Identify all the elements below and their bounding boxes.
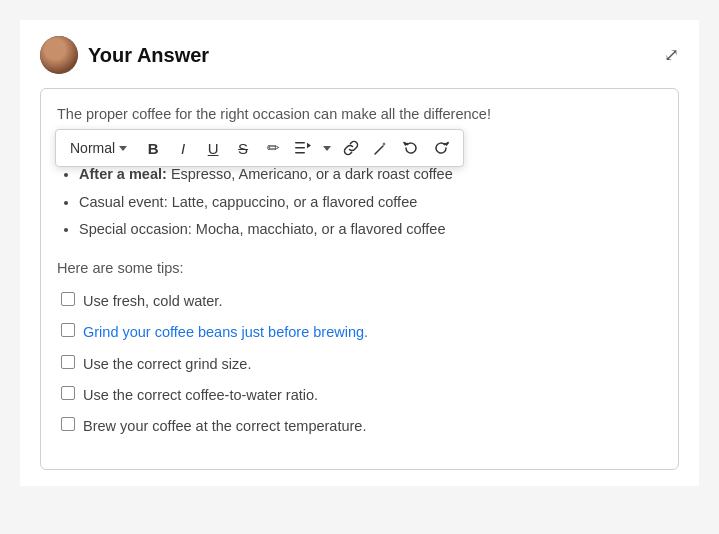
strikethrough-button[interactable]: S — [229, 134, 257, 162]
bullet-label: After a meal: — [79, 166, 167, 182]
checkbox-label: Use fresh, cold water. — [83, 290, 222, 313]
checkbox[interactable] — [61, 323, 75, 337]
list-item: Grind your coffee beans just before brew… — [61, 321, 662, 344]
undo-icon — [403, 140, 419, 156]
list-dropdown-button[interactable] — [319, 134, 335, 162]
redo-icon — [433, 140, 449, 156]
format-select[interactable]: Normal — [64, 137, 133, 159]
list-item: Special occasion: Mocha, macchiato, or a… — [79, 218, 662, 241]
checkbox-label: Use the correct coffee-to-water ratio. — [83, 384, 318, 407]
checkbox-label: Brew your coffee at the correct temperat… — [83, 415, 366, 438]
list-item: Use fresh, cold water. — [61, 290, 662, 313]
checkbox[interactable] — [61, 386, 75, 400]
header-left: Your Answer — [40, 36, 209, 74]
checkbox-label: Grind your coffee beans just before brew… — [83, 321, 368, 344]
svg-rect-2 — [295, 152, 305, 154]
chevron-down-icon — [119, 146, 127, 151]
checkbox-label: Use the correct grind size. — [83, 353, 251, 376]
list-chevron-icon — [323, 146, 331, 151]
list-item: Casual event: Latte, cappuccino, or a fl… — [79, 191, 662, 214]
bullet-text: Espresso, Americano, or a dark roast cof… — [171, 166, 453, 182]
bullet-text: Special occasion: Mocha, macchiato, or a… — [79, 221, 445, 237]
expand-icon[interactable]: ⤢ — [664, 44, 679, 66]
page-title: Your Answer — [88, 44, 209, 67]
editor-area: Normal B I U S ✏ — [40, 88, 679, 470]
list-button[interactable] — [289, 134, 317, 162]
svg-marker-3 — [307, 143, 311, 149]
format-select-label: Normal — [70, 140, 115, 156]
avatar — [40, 36, 78, 74]
bullet-text: Casual event: Latte, cappuccino, or a fl… — [79, 194, 417, 210]
highlight-button[interactable]: ✏ — [259, 134, 287, 162]
redo-button[interactable] — [427, 134, 455, 162]
svg-line-4 — [375, 146, 383, 154]
svg-rect-1 — [295, 147, 305, 149]
link-button[interactable] — [337, 134, 365, 162]
checkbox[interactable] — [61, 417, 75, 431]
bold-button[interactable]: B — [139, 134, 167, 162]
formatting-toolbar: Normal B I U S ✏ — [55, 129, 464, 167]
svg-rect-0 — [295, 142, 305, 144]
tips-heading: Here are some tips: — [57, 257, 662, 280]
italic-button[interactable]: I — [169, 134, 197, 162]
list-item: Brew your coffee at the correct temperat… — [61, 415, 662, 438]
checkbox[interactable] — [61, 292, 75, 306]
page-container: Your Answer ⤢ Normal B I U S ✏ — [20, 20, 699, 486]
link-icon — [343, 140, 359, 156]
checkbox[interactable] — [61, 355, 75, 369]
magic-icon — [373, 140, 389, 156]
underline-button[interactable]: U — [199, 134, 227, 162]
list-item: Use the correct grind size. — [61, 353, 662, 376]
list-icon — [295, 141, 311, 155]
magic-button[interactable] — [367, 134, 395, 162]
checkbox-list: Use fresh, cold water. Grind your coffee… — [57, 290, 662, 438]
answer-header: Your Answer ⤢ — [40, 36, 679, 74]
editor-intro: The proper coffee for the right occasion… — [57, 103, 662, 126]
undo-button[interactable] — [397, 134, 425, 162]
list-item: Use the correct coffee-to-water ratio. — [61, 384, 662, 407]
